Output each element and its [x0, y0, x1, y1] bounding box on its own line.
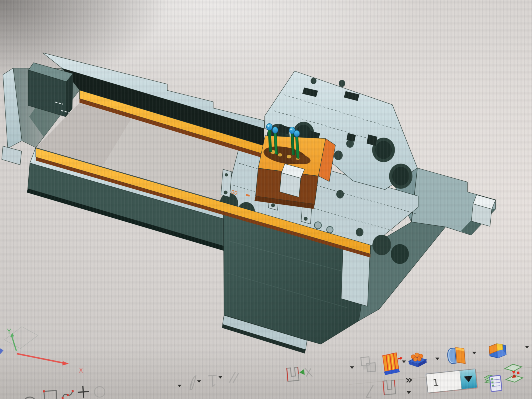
x-axis-icon	[17, 354, 63, 363]
y-axis-label: Y	[7, 327, 11, 335]
dropdown-arrow-icon[interactable]	[472, 352, 476, 354]
diagonal-line-icon[interactable]	[365, 385, 374, 398]
overflow-chevrons[interactable]: »	[405, 373, 413, 386]
view-selector-dropdown-button[interactable]	[460, 369, 477, 389]
layout-squares-icon[interactable]	[361, 356, 376, 372]
view-selector-value[interactable]: 1	[426, 371, 462, 393]
workpiece-half-cylinder-icon[interactable]	[447, 347, 465, 365]
guide-hole	[373, 235, 391, 255]
chevron-down-icon	[464, 376, 473, 383]
dropdown-arrow-icon[interactable]	[402, 361, 406, 363]
cavity-layout-waffle-icon[interactable]	[408, 352, 427, 368]
x-axis-label: X	[79, 367, 83, 374]
spline-icon[interactable]	[61, 390, 74, 399]
circle-icon[interactable]	[94, 386, 105, 398]
dropdown-arrow-icon[interactable]	[218, 376, 222, 379]
guide-hole	[391, 244, 409, 264]
3d-viewport[interactable]: 100	[0, 0, 532, 399]
point-plus-icon[interactable]	[77, 386, 89, 398]
draft-lines-icon[interactable]	[228, 371, 240, 383]
cavity-box-icon[interactable]	[382, 352, 404, 375]
dropdown-arrow-icon[interactable]	[407, 391, 411, 394]
quill-icon[interactable]	[189, 376, 197, 390]
dropdown-arrow-icon[interactable]	[525, 346, 529, 348]
standard-parts-list-icon[interactable]	[484, 374, 502, 392]
y-axis-icon	[12, 337, 16, 351]
dropdown-arrow-icon[interactable]	[350, 366, 354, 369]
rectangle-icon[interactable]	[43, 389, 57, 399]
mold-base-corner-icon[interactable]	[489, 343, 506, 359]
parting-u-icon[interactable]	[287, 367, 299, 381]
parting-u-icon[interactable]	[383, 380, 395, 395]
analysis-green-icon[interactable]	[299, 367, 312, 378]
z-axis-icon	[0, 348, 4, 354]
mold-assembly-model: 100	[2, 53, 495, 354]
dropdown-arrow-icon[interactable]	[435, 358, 439, 360]
arc-icon[interactable]	[23, 397, 36, 399]
dropdown-arrow-icon[interactable]	[197, 380, 201, 383]
screen-photo: 100	[0, 0, 532, 399]
view-triad: Y X	[0, 327, 83, 374]
tsquare-icon[interactable]	[208, 375, 217, 387]
dropdown-arrow-icon[interactable]	[178, 385, 181, 387]
datum-planes-icon[interactable]	[504, 363, 523, 383]
